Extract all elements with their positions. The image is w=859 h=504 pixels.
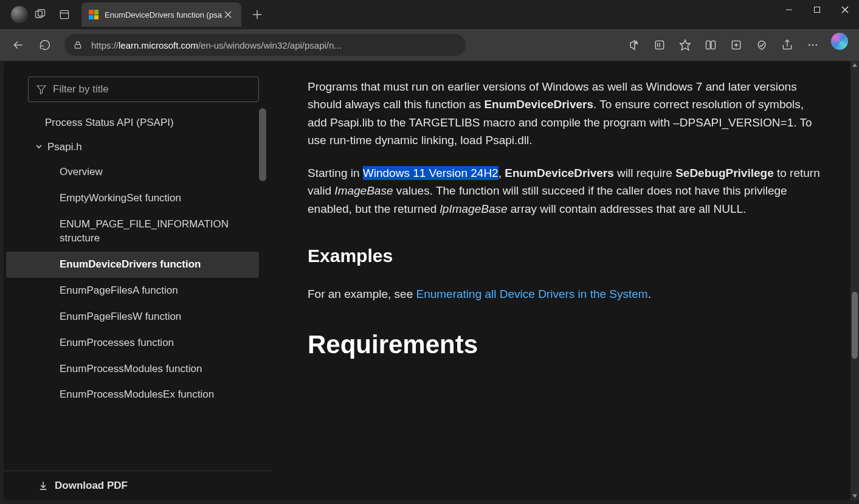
filter-icon [36, 84, 47, 95]
nav-tree[interactable]: Process Status API (PSAPI) Psapi.h Overv… [4, 111, 271, 471]
nav-item-enumprocesses[interactable]: EnumProcesses function [6, 330, 259, 356]
paragraph-privilege: Starting in Windows 11 Version 24H2, Enu… [308, 164, 820, 218]
profile-avatar[interactable] [11, 6, 28, 23]
browser-toolbar: https://learn.microsoft.com/en-us/window… [0, 29, 859, 61]
scroll-up-arrow[interactable] [850, 61, 859, 69]
download-icon [38, 480, 49, 491]
doc-sidebar: Filter by title Process Status API (PSAP… [4, 61, 271, 500]
browser-tab[interactable]: EnumDeviceDrivers function (psa [81, 2, 241, 27]
read-aloud-icon[interactable]: A [622, 33, 646, 57]
svg-marker-29 [852, 494, 857, 498]
svg-marker-28 [852, 63, 857, 67]
tab-title: EnumDeviceDrivers function (psa [105, 10, 222, 19]
nav-parent[interactable]: Psapi.h [6, 135, 259, 159]
svg-marker-16 [680, 40, 691, 50]
back-button[interactable] [6, 33, 30, 57]
sidebar-scrollbar[interactable] [259, 108, 266, 181]
article-body: Programs that must run on earlier versio… [271, 61, 850, 500]
workspaces-icon[interactable] [28, 0, 52, 29]
page-content: Filter by title Process Status API (PSAP… [4, 61, 850, 500]
svg-point-25 [816, 44, 818, 46]
heading-requirements: Requirements [308, 325, 820, 364]
minimize-button[interactable] [775, 0, 803, 19]
nav-root[interactable]: Process Status API (PSAPI) [6, 111, 259, 135]
example-link[interactable]: Enumerating all Device Drivers in the Sy… [416, 288, 647, 300]
lock-icon [73, 40, 83, 50]
new-tab-button[interactable] [246, 4, 268, 26]
svg-rect-17 [706, 41, 711, 49]
scroll-thumb[interactable] [852, 292, 858, 359]
ms-favicon [89, 10, 98, 19]
nav-item-enumdevicedrivers[interactable]: EnumDeviceDrivers function [6, 252, 259, 278]
window-controls [775, 0, 859, 19]
svg-text:A: A [635, 41, 638, 44]
tab-close-button[interactable] [222, 9, 234, 21]
svg-point-24 [812, 44, 814, 46]
filter-input[interactable]: Filter by title [28, 77, 259, 102]
more-icon[interactable] [801, 33, 825, 57]
svg-rect-18 [711, 41, 716, 49]
nav-item-enumpagefilesa[interactable]: EnumPageFilesA function [6, 278, 259, 304]
collections-icon[interactable] [724, 33, 748, 57]
paragraph-example-link: For an example, see Enumerating all Devi… [308, 285, 820, 303]
immersive-reader-icon[interactable] [647, 33, 672, 57]
svg-rect-9 [815, 7, 820, 13]
nav-item-overview[interactable]: Overview [6, 159, 259, 185]
performance-icon[interactable] [750, 33, 774, 57]
nav-item-enumprocessmodulesex[interactable]: EnumProcessModulesEx function [6, 382, 259, 408]
highlighted-text: Windows 11 Version 24H2 [363, 166, 498, 180]
filter-placeholder: Filter by title [53, 83, 109, 95]
titlebar: EnumDeviceDrivers function (psa [0, 0, 859, 29]
svg-rect-0 [36, 11, 43, 18]
chevron-down-icon [35, 143, 43, 151]
nav-item-enumpagefilesw[interactable]: EnumPageFilesW function [6, 304, 259, 330]
svg-rect-13 [75, 44, 80, 48]
page-scrollbar[interactable] [850, 61, 859, 500]
address-bar[interactable]: https://learn.microsoft.com/en-us/window… [64, 34, 466, 56]
svg-rect-1 [38, 10, 45, 16]
url-text: https://learn.microsoft.com/en-us/window… [91, 40, 342, 50]
maximize-button[interactable] [803, 0, 831, 19]
heading-examples: Examples [308, 242, 820, 271]
svg-marker-26 [37, 86, 46, 94]
split-screen-icon[interactable] [699, 33, 723, 57]
svg-rect-2 [60, 10, 68, 18]
tab-actions-icon[interactable] [52, 0, 77, 29]
share-icon[interactable] [775, 33, 799, 57]
download-pdf-button[interactable]: Download PDF [4, 471, 271, 500]
copilot-icon[interactable] [831, 33, 848, 50]
nav-item-emptyworkingset[interactable]: EmptyWorkingSet function [6, 185, 259, 212]
nav-item-enum-page-file[interactable]: ENUM_PAGE_FILE_INFORMATION structure [6, 212, 259, 252]
nav-item-enumprocessmodules[interactable]: EnumProcessModules function [6, 356, 259, 382]
paragraph-compat: Programs that must run on earlier versio… [308, 78, 820, 150]
favorite-icon[interactable] [673, 33, 697, 57]
refresh-button[interactable] [33, 33, 57, 57]
svg-point-23 [809, 44, 810, 46]
close-button[interactable] [831, 0, 859, 19]
scroll-down-arrow[interactable] [850, 492, 859, 500]
